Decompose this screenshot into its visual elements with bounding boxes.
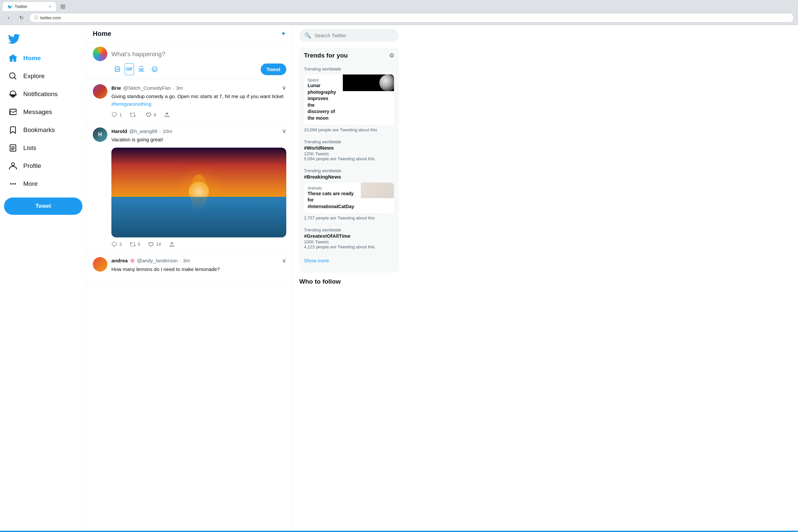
trend-tag-4: #GreatestOfAllTime (304, 233, 394, 239)
sidebar-item-lists-label: Lists (23, 144, 36, 152)
tweet-avatar-brie (93, 84, 108, 99)
tweet-header-2: Harold @h_wang88 · 10m ∨ (111, 127, 286, 135)
trend-context-1: Trending worldwide (304, 66, 394, 72)
andrea-badge: 🌸 (130, 258, 135, 263)
back-icon: ‹ (8, 15, 9, 21)
explore-icon (8, 72, 17, 80)
trend-tag-3: #BreakingNews (304, 174, 394, 179)
back-button[interactable]: ‹ (4, 13, 13, 23)
trends-gear-icon[interactable]: ⚙ (389, 52, 394, 59)
trend-item-2[interactable]: Trending worldwide #WorldNews 125K Tweet… (304, 136, 394, 165)
url-text: twitter.com (40, 15, 61, 20)
active-tab[interactable]: 🐦 Twitter × (3, 2, 56, 11)
trend-count-1: 10,094 people are Tweeting about this (304, 127, 394, 132)
tweet-row[interactable]: andrea 🌸 @andy_landerson · 3m ∨ How many… (87, 252, 292, 282)
messages-icon (8, 108, 17, 116)
trend-item-3[interactable]: Trending worldwide #BreakingNews Animals… (304, 165, 394, 225)
tweet-body-3: andrea 🌸 @andy_landerson · 3m ∨ How many… (111, 257, 286, 277)
lists-icon (8, 144, 17, 152)
like-button-2[interactable]: 14 (148, 241, 160, 247)
url-bar[interactable]: ⓘ twitter.com (29, 13, 794, 23)
tweet-user-3: andrea 🌸 @andy_landerson · 3m (111, 258, 190, 263)
emoji-button[interactable] (149, 63, 160, 75)
trend-card-text-3: Animals These cats are ready for #Intern… (304, 183, 358, 213)
sparkle-icon[interactable]: ✦ (281, 30, 286, 38)
trend-item-4[interactable]: Trending worldwide #GreatestOfAllTime 10… (304, 224, 394, 253)
tweet-row[interactable]: Brie @Sktch_ComedyFan · 3m ∨ Giving stan… (87, 79, 292, 123)
like-count-1: 8 (154, 112, 156, 117)
tweet-more-button-1[interactable]: ∨ (282, 84, 286, 92)
home-icon (8, 54, 17, 62)
tab-close-button[interactable]: × (49, 4, 51, 9)
sidebar-item-explore[interactable]: Explore (4, 68, 82, 84)
tweet-time-2: 10m (163, 128, 172, 134)
trend-context-4: Trending worldwide (304, 227, 394, 232)
tweet-user-1: Brie @Sktch_ComedyFan · 3m (111, 85, 183, 91)
sidebar-nav: Home Explore Notifications (4, 50, 82, 192)
compose-input[interactable] (111, 46, 286, 62)
search-input[interactable] (315, 33, 394, 38)
tweet-row[interactable]: H Harold @h_wang88 · 10m ∨ Vacation is g… (87, 123, 292, 252)
moon-image (343, 75, 394, 91)
inactive-tab[interactable] (56, 2, 109, 11)
more-icon (8, 179, 17, 188)
browser-chrome: 🐦 Twitter × ‹ ↻ ⓘ twitter.com (0, 0, 798, 25)
feed-title: Home (93, 30, 111, 38)
tweet-name-3: andrea (111, 258, 128, 263)
tweet-handle-2: @h_wang88 (129, 128, 157, 134)
right-sidebar: 🔍 Trends for you ⚙ Trending worldwide Sp… (292, 25, 406, 530)
dot-1: · (173, 85, 174, 91)
who-to-follow-title: Who to follow (299, 278, 399, 285)
sidebar-item-more-label: More (23, 180, 38, 188)
tweet-avatar-harold: H (93, 127, 108, 142)
tweet-more-button-2[interactable]: ∨ (282, 127, 286, 135)
search-bar[interactable]: 🔍 (299, 29, 399, 42)
retweet-button-2[interactable]: 5 (130, 241, 140, 247)
twitter-bird-icon (8, 33, 20, 45)
sidebar-item-messages[interactable]: Messages (4, 104, 82, 120)
tweet-more-button-3[interactable]: ∨ (282, 257, 286, 264)
trend-item-1[interactable]: Trending worldwide Space Lunar photograp… (304, 63, 394, 136)
tweet-body-1: Brie @Sktch_ComedyFan · 3m ∨ Giving stan… (111, 84, 286, 118)
sidebar-item-bookmarks[interactable]: Bookmarks (4, 122, 82, 138)
trend-tag-2: #WorldNews (304, 145, 394, 151)
composer-actions: GIF Tweet (111, 63, 286, 75)
sunset-photo (111, 148, 286, 238)
reply-button-2[interactable]: 3 (111, 241, 122, 247)
tweet-hashtag-1[interactable]: #heregoesnothing (111, 101, 151, 107)
like-button-1[interactable]: 8 (146, 112, 156, 118)
twitter-logo[interactable] (4, 30, 82, 49)
share-button-1[interactable] (164, 112, 170, 118)
sidebar-item-notifications[interactable]: Notifications (4, 86, 82, 102)
tweet-button[interactable]: Tweet (4, 197, 82, 215)
trends-title: Trends for you (304, 52, 348, 59)
gif-button[interactable]: GIF (125, 63, 134, 75)
tweet-text-1: Giving standup comedy a go. Open mic sta… (111, 93, 286, 108)
trend-context-3: Trending worldwide (304, 168, 394, 173)
feed-header: Home ✦ (87, 25, 292, 42)
svg-point-2 (10, 183, 11, 185)
sidebar-item-profile[interactable]: Profile (4, 158, 82, 174)
sidebar-item-lists[interactable]: Lists (4, 140, 82, 156)
retweet-button-1[interactable] (130, 112, 138, 118)
bookmarks-icon (8, 126, 17, 134)
tweet-avatar-andrea (93, 257, 108, 272)
sidebar-item-home[interactable]: Home (4, 50, 82, 66)
poll-button[interactable] (135, 63, 147, 75)
tweet-text-2: Vacation is going great! (111, 136, 286, 144)
trend-card-title-1: Lunar photography improves the discovery… (307, 82, 336, 122)
image-upload-button[interactable] (111, 63, 124, 75)
show-more-link[interactable]: Show more (304, 253, 394, 268)
reply-button-1[interactable]: 1 (111, 112, 122, 118)
svg-point-1 (12, 183, 14, 185)
address-bar: ‹ ↻ ⓘ twitter.com (0, 11, 798, 25)
tweet-name-1: Brie (111, 85, 121, 91)
tweet-handle-3: @andy_landerson (137, 258, 177, 263)
search-icon: 🔍 (305, 32, 311, 39)
tweet-text-3: How many lemons do I need to make lemona… (111, 266, 286, 273)
composer-tweet-button[interactable]: Tweet (261, 63, 286, 75)
sidebar-item-more[interactable]: More (4, 175, 82, 192)
profile-icon (8, 162, 17, 170)
reload-button[interactable]: ↻ (17, 13, 26, 23)
share-button-2[interactable] (169, 241, 175, 247)
